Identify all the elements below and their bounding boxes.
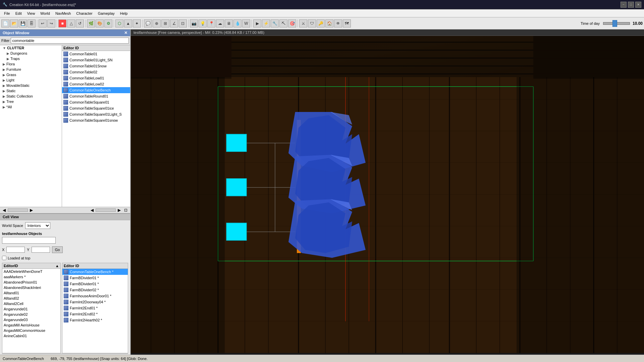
scroll-track2[interactable] bbox=[96, 208, 116, 212]
tool3-button[interactable]: 🔧 bbox=[271, 19, 279, 27]
viewport[interactable]: testfarmhouse [Free camera, perspective]… bbox=[131, 29, 644, 355]
tbl-scroll-left[interactable]: ◀ bbox=[3, 354, 9, 355]
tool6-button[interactable]: ⚔ bbox=[299, 19, 307, 27]
obj-CommonTable02[interactable]: CommonTable02 bbox=[62, 69, 130, 75]
scroll-resize-btn[interactable]: ⊡ bbox=[123, 208, 129, 213]
marker-button[interactable]: 📍 bbox=[207, 19, 215, 27]
menu-navmesh[interactable]: NavMesh bbox=[53, 11, 73, 16]
editor-row-angasmill-common[interactable]: AngasMillCommonHouse bbox=[2, 328, 60, 333]
tool9-button[interactable]: 🏠 bbox=[325, 19, 333, 27]
scale-button[interactable]: ⊡ bbox=[179, 19, 187, 27]
go-button[interactable]: Go bbox=[52, 246, 63, 253]
editor-row-alltand02[interactable]: Alltand02 bbox=[2, 296, 60, 301]
open-button[interactable]: 📂 bbox=[10, 19, 18, 27]
editor-row-alltand01[interactable]: Alltand01 bbox=[2, 290, 60, 296]
tree-grass[interactable]: ▶ Grass bbox=[0, 72, 62, 77]
angle-button[interactable]: ∠ bbox=[170, 19, 178, 27]
filter-input[interactable] bbox=[11, 38, 129, 44]
y-input[interactable] bbox=[32, 247, 50, 253]
obj-row-farmbdiv01b[interactable]: FarmBDivider01 * bbox=[62, 281, 128, 287]
tool4-button[interactable]: ⛏ bbox=[279, 19, 287, 27]
editor-row-aaamarkers[interactable]: aaaMarkers * bbox=[2, 274, 60, 280]
minimize-button[interactable]: − bbox=[621, 2, 627, 8]
obj-CommonTableLow02[interactable]: CommonTableLow02 bbox=[62, 81, 130, 87]
save-all-button[interactable]: 🗄 bbox=[28, 19, 36, 27]
menu-world[interactable]: World bbox=[38, 11, 53, 16]
paint-button[interactable]: 🎨 bbox=[96, 19, 104, 27]
scroll-right-btn[interactable]: ▶ bbox=[29, 208, 34, 213]
obj-CommonTableSquare01ice[interactable]: CommonTableSquare01ice bbox=[62, 105, 130, 111]
menu-character[interactable]: Character bbox=[73, 11, 95, 16]
landscape-button[interactable]: 🌿 bbox=[87, 19, 95, 27]
tbl-scroll-right[interactable]: ▶ bbox=[27, 354, 33, 355]
menu-help[interactable]: Help bbox=[117, 11, 130, 16]
maximize-button[interactable]: □ bbox=[628, 2, 634, 8]
water-button[interactable]: 💧 bbox=[233, 19, 241, 27]
editor-row-angarvunde01[interactable]: Angarvunde01 bbox=[2, 306, 60, 312]
tree-dungeons[interactable]: ▶ Dungeons bbox=[0, 51, 62, 56]
tree-traps[interactable]: ▶ Traps bbox=[0, 56, 62, 61]
time-slider-container[interactable]: 10.00 bbox=[602, 21, 643, 26]
obj-CommonTable01Light_SN[interactable]: CommonTable01Light_SN bbox=[62, 57, 130, 63]
loaded-at-top-checkbox[interactable] bbox=[2, 256, 6, 260]
obj-row-farmint2end01[interactable]: FarmInt2End01 * bbox=[62, 305, 128, 311]
menu-gameplay[interactable]: Gameplay bbox=[95, 11, 117, 16]
grid-button[interactable]: ⊞ bbox=[161, 19, 169, 27]
undo-button[interactable]: ↩ bbox=[39, 19, 47, 27]
collision-button[interactable]: 💬 bbox=[144, 19, 152, 27]
tool8-button[interactable]: 🔑 bbox=[317, 19, 325, 27]
tree-movable-static[interactable]: ▶ MovableStatic bbox=[0, 83, 62, 88]
tree-static[interactable]: ▶ Static bbox=[0, 88, 62, 94]
tree-clutter[interactable]: ▼ CLUTTER bbox=[0, 45, 62, 51]
move-button[interactable]: △ bbox=[67, 19, 75, 27]
obj-row-farmbdiv01a[interactable]: FarmBDivider01 * bbox=[62, 275, 128, 281]
tool7-button[interactable]: 🛡 bbox=[308, 19, 316, 27]
scroll-left-btn[interactable]: ◀ bbox=[1, 208, 7, 213]
obj-CommonTableSquare01[interactable]: CommonTableSquare01 bbox=[62, 99, 130, 105]
navmesh-button[interactable]: ⬡ bbox=[115, 19, 123, 27]
objects-search-input[interactable] bbox=[2, 237, 56, 244]
obj-CommonTable01Snow[interactable]: CommonTable01Snow bbox=[62, 63, 130, 69]
world-space-select[interactable]: Interiors Tamriel Solstheim bbox=[25, 222, 50, 229]
obj-row-farmhouseanim[interactable]: FarmhouseAnimDoor01 * bbox=[62, 293, 128, 299]
path-button[interactable]: ✦ bbox=[133, 19, 141, 27]
run-button[interactable]: ▶ bbox=[253, 19, 261, 27]
obj-row-farmint2hearth[interactable]: FarmInt2Hearth02 * bbox=[62, 317, 128, 323]
editor-row-abandonedshack[interactable]: AbandonedShackInteri bbox=[2, 285, 60, 290]
tool11-button[interactable]: 🗺 bbox=[343, 19, 351, 27]
editor-row-angasmill-aeris[interactable]: AngasMill AerisHouse bbox=[2, 322, 60, 328]
sky-button[interactable]: ☁ bbox=[216, 19, 224, 27]
tool10-button[interactable]: 👁 bbox=[334, 19, 342, 27]
editor-row-aaadelete[interactable]: AAADeleteWhenDoneT bbox=[2, 269, 60, 274]
editor-row-abandonedprison[interactable]: AbandonedPrison01 bbox=[2, 280, 60, 285]
redo-button[interactable]: ↪ bbox=[47, 19, 55, 27]
scroll-right2-btn[interactable]: ▶ bbox=[116, 208, 122, 213]
obj-row-farmint2end02[interactable]: FarmInt2End02 * bbox=[62, 311, 128, 317]
new-button[interactable]: 📄 bbox=[1, 19, 9, 27]
obj-row-commontable[interactable]: CommonTableOneBench * bbox=[62, 269, 128, 275]
viewport-canvas[interactable] bbox=[131, 36, 644, 353]
menu-view[interactable]: View bbox=[24, 11, 38, 16]
navmesh2-button[interactable]: ▲ bbox=[124, 19, 132, 27]
tbl-scroll-right2[interactable]: ▶ bbox=[121, 354, 127, 355]
scroll-track[interactable] bbox=[8, 208, 28, 212]
scroll-left2-btn[interactable]: ◀ bbox=[89, 208, 95, 213]
time-of-day-slider[interactable] bbox=[603, 22, 630, 25]
rotate-button[interactable]: ↺ bbox=[76, 19, 84, 27]
select-button[interactable]: ■ bbox=[58, 19, 66, 27]
obj-CommonTableRound01[interactable]: CommonTableRound01 bbox=[62, 93, 130, 99]
tree-all[interactable]: ▶ *All bbox=[0, 104, 62, 110]
editor-row-alltand2cell[interactable]: Alltand2Cell bbox=[2, 301, 60, 306]
save-button[interactable]: 💾 bbox=[19, 19, 27, 27]
tree-furniture[interactable]: ▶ Furniture bbox=[0, 67, 62, 72]
obj-CommonTableOneBench[interactable]: CommonTableOneBench bbox=[62, 87, 130, 93]
editor-row-angarvunde03[interactable]: Angarvunde03 bbox=[2, 317, 60, 322]
editor-id-scroll-up[interactable]: ▲ bbox=[55, 264, 59, 268]
obj-CommonTable01[interactable]: CommonTable01 bbox=[62, 51, 130, 57]
snap-button[interactable]: ⊕ bbox=[153, 19, 161, 27]
obj-row-farmint2doorway[interactable]: FarmInt2Doorway04 * bbox=[62, 299, 128, 305]
object-window-close-button[interactable]: ✕ bbox=[124, 31, 127, 35]
obj-row-farmbdiv02[interactable]: FarmBDivider02 * bbox=[62, 287, 128, 293]
menu-edit[interactable]: Edit bbox=[13, 11, 24, 16]
obj-CommonTableLow01[interactable]: CommonTableLow01 bbox=[62, 75, 130, 81]
